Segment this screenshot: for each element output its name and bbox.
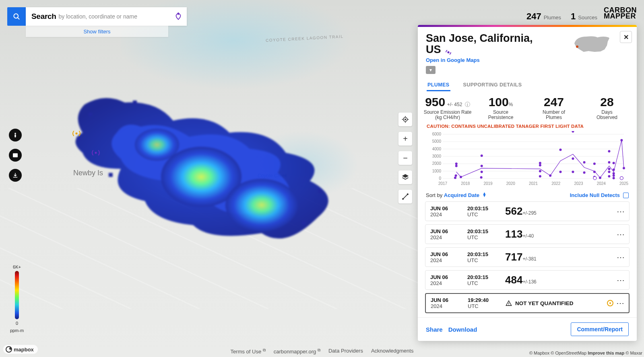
plume-row[interactable]: JUN 062024 19:29:40UTC NOT YET QUANTIFIE… xyxy=(425,293,630,313)
svg-text:1000: 1000 xyxy=(432,169,442,173)
svg-text:2021: 2021 xyxy=(529,181,538,186)
svg-point-47 xyxy=(455,165,458,167)
row-more-icon[interactable]: ⋯ xyxy=(617,275,625,285)
svg-line-10 xyxy=(18,18,19,19)
svg-point-80 xyxy=(623,167,625,170)
tab-plumes[interactable]: PLUMES xyxy=(427,80,450,91)
svg-point-16 xyxy=(405,119,406,120)
svg-point-54 xyxy=(539,170,541,172)
brand-logo[interactable]: CARBONMAPPER xyxy=(604,7,637,26)
svg-point-78 xyxy=(613,162,615,164)
svg-rect-5 xyxy=(133,101,137,105)
share-link[interactable]: Share xyxy=(426,326,443,333)
svg-text:5000: 5000 xyxy=(432,140,442,144)
svg-rect-84 xyxy=(508,305,509,305)
tab-details[interactable]: SUPPORTING DETAILS xyxy=(462,80,523,91)
search-input[interactable] xyxy=(59,13,181,20)
show-filters[interactable]: Show filters xyxy=(26,26,168,37)
info-icon[interactable]: i xyxy=(465,102,470,107)
mapbox-logo[interactable]: mapbox xyxy=(3,345,38,354)
svg-point-72 xyxy=(608,161,610,164)
include-null-toggle[interactable]: Include Null Detects xyxy=(570,192,629,198)
source-marker-selected[interactable] xyxy=(92,149,100,157)
map-attribution: © Mapbox © OpenStreetMap Improve this ma… xyxy=(529,351,642,355)
download-icon[interactable] xyxy=(9,169,22,182)
svg-point-79 xyxy=(620,139,623,142)
row-more-icon[interactable]: ⋯ xyxy=(617,207,625,216)
svg-text:6000: 6000 xyxy=(432,132,442,136)
plume-row[interactable]: JUN 062024 20:03:15UTC 113+/-40 ⋯ xyxy=(425,224,630,244)
search-box[interactable]: Search xyxy=(26,7,187,26)
comment-button[interactable]: Comment/Report xyxy=(571,322,629,336)
svg-point-1 xyxy=(225,179,298,231)
plume-row[interactable]: JUN 062024 20:03:15UTC 717+/-381 ⋯ xyxy=(425,247,630,267)
svg-point-44 xyxy=(454,176,456,179)
row-more-icon[interactable]: ⋯ xyxy=(617,230,625,239)
svg-rect-6 xyxy=(318,189,322,193)
svg-text:2000: 2000 xyxy=(432,162,442,166)
search-label: Search xyxy=(31,12,56,21)
svg-text:2025: 2025 xyxy=(619,181,629,186)
measure-icon[interactable] xyxy=(398,190,412,203)
browse-icon[interactable] xyxy=(9,149,22,162)
summary-stats: 950 +/- 452 i Source Emission Rate(kg CH… xyxy=(418,91,637,121)
open-in-maps-link[interactable]: Open in Google Maps xyxy=(426,57,480,63)
svg-point-68 xyxy=(599,176,601,179)
collapse-icon[interactable]: ▾ xyxy=(426,66,436,74)
svg-point-71 xyxy=(608,168,610,170)
row-more-icon[interactable]: ⋯ xyxy=(616,298,625,308)
svg-point-20 xyxy=(576,45,578,48)
svg-point-67 xyxy=(593,163,596,165)
sort-icon: ▲▼ xyxy=(483,192,487,197)
svg-point-48 xyxy=(460,176,462,178)
svg-point-56 xyxy=(539,162,541,164)
svg-text:2022: 2022 xyxy=(551,181,561,186)
ack-link[interactable]: Acknowledgments xyxy=(371,348,414,355)
svg-point-58 xyxy=(559,171,562,173)
svg-rect-83 xyxy=(508,303,509,304)
close-button[interactable]: ✕ xyxy=(620,31,632,43)
svg-point-49 xyxy=(480,176,483,179)
svg-text:2024: 2024 xyxy=(597,181,606,186)
svg-rect-4 xyxy=(89,113,92,116)
svg-point-51 xyxy=(481,165,483,167)
mini-map-icon xyxy=(572,33,613,55)
caution-text: CAUTION: CONTAINS UNCALIBRATED TANAGER F… xyxy=(418,121,637,129)
svg-point-76 xyxy=(613,172,615,174)
svg-point-77 xyxy=(613,168,615,171)
source-marker[interactable] xyxy=(72,129,80,137)
terms-link[interactable]: Terms of Use ⧉ xyxy=(231,348,266,355)
footer-links: Terms of Use ⧉ carbonmapper.org ⧉ Data P… xyxy=(231,348,414,355)
plume-row[interactable]: JUN 062024 20:03:15UTC 562+/-295 ⋯ xyxy=(425,201,630,221)
panel-title: San Jose, California, US xyxy=(426,33,547,55)
zoom-out[interactable]: − xyxy=(398,151,412,165)
svg-text:2017: 2017 xyxy=(438,181,448,186)
svg-text:2020: 2020 xyxy=(506,181,516,186)
svg-point-64 xyxy=(583,161,586,164)
add-pin-icon[interactable] xyxy=(174,12,183,21)
sort-control[interactable]: Sort by Acquired Date ▲▼ xyxy=(426,192,486,198)
svg-point-69 xyxy=(608,175,610,178)
svg-point-82 xyxy=(620,176,623,180)
svg-point-74 xyxy=(613,177,615,179)
svg-point-61 xyxy=(572,158,574,160)
search-button[interactable] xyxy=(7,7,26,26)
svg-point-70 xyxy=(608,171,610,173)
locate-icon[interactable] xyxy=(398,113,412,126)
svg-point-66 xyxy=(593,171,596,173)
svg-point-73 xyxy=(608,150,610,152)
svg-text:2018: 2018 xyxy=(461,181,470,186)
zoom-in[interactable]: + xyxy=(398,132,412,146)
download-link[interactable]: Download xyxy=(448,326,477,333)
plume-row[interactable]: JUN 062024 20:03:15UTC 484+/-136 ⋯ xyxy=(425,270,630,290)
svg-text:0: 0 xyxy=(439,176,441,181)
layers-icon[interactable] xyxy=(398,170,412,184)
row-more-icon[interactable]: ⋯ xyxy=(617,252,625,262)
svg-point-60 xyxy=(572,171,574,173)
color-legend: 6K+ 0 ppm-m xyxy=(9,265,25,333)
info-icon[interactable] xyxy=(9,129,22,142)
providers-link[interactable]: Data Providers xyxy=(328,348,363,355)
timeseries-chart[interactable]: 0100020003000400050006000201720182019202… xyxy=(418,129,637,189)
svg-point-53 xyxy=(539,175,541,178)
org-link[interactable]: carbonmapper.org ⧉ xyxy=(274,348,320,355)
